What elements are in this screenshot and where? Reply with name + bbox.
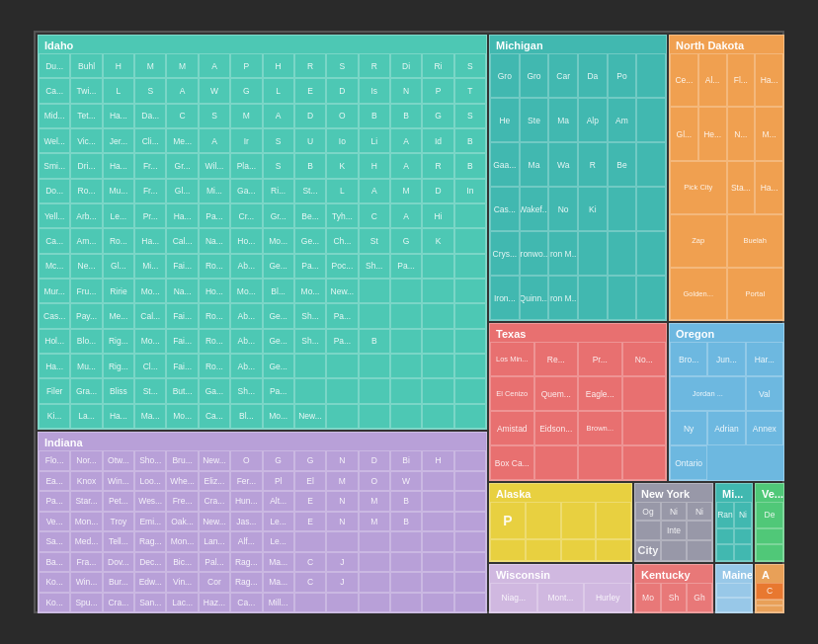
cell: Fai... xyxy=(166,303,198,328)
cell: P xyxy=(230,53,262,78)
cell: Pa... xyxy=(39,491,70,512)
cell: Gr... xyxy=(263,203,294,228)
cell: Win... xyxy=(70,572,102,593)
cell: Ni xyxy=(661,502,687,521)
cell: Is xyxy=(359,78,390,103)
cell: Pet... xyxy=(103,491,134,512)
cell: B xyxy=(390,491,422,512)
cell: Pick City xyxy=(670,161,727,214)
cell xyxy=(359,354,390,378)
cell: Rig... xyxy=(103,354,134,378)
cell: Rig... xyxy=(103,329,134,354)
cell: Wil... xyxy=(199,153,230,178)
cell: Sho... xyxy=(134,450,166,471)
north-dakota-label: North Dakota xyxy=(672,38,748,53)
cell: Mid... xyxy=(39,104,70,128)
cell: Fer... xyxy=(230,471,262,492)
cell: Pal... xyxy=(199,552,230,573)
cell xyxy=(622,445,667,480)
cell xyxy=(326,593,358,613)
cell: New... xyxy=(294,404,326,429)
cell: Ir xyxy=(230,128,262,153)
cell xyxy=(636,98,666,142)
cell: Cor xyxy=(199,572,230,593)
cell: E xyxy=(294,78,326,103)
cell xyxy=(390,572,422,593)
cell: Car xyxy=(548,53,578,98)
cell: D xyxy=(422,179,453,203)
cell: Ge... xyxy=(263,254,294,279)
cell: A xyxy=(359,179,390,203)
cell: Ma xyxy=(548,98,578,142)
cell xyxy=(578,231,608,276)
cell: N xyxy=(390,78,422,103)
cell: Pla... xyxy=(230,153,262,178)
cell xyxy=(635,521,661,539)
cell: Rag... xyxy=(230,572,262,593)
cell: Ha... xyxy=(166,203,198,228)
cell xyxy=(390,552,422,573)
cell: Pa... xyxy=(326,303,358,328)
alaska-grid: P xyxy=(490,502,631,561)
cell xyxy=(359,378,390,403)
cell xyxy=(454,254,486,279)
cell xyxy=(596,502,631,539)
cell xyxy=(326,378,358,403)
cell xyxy=(454,404,486,429)
cell: Lac... xyxy=(166,593,198,613)
cell: Am... xyxy=(70,228,102,253)
cell: Mo xyxy=(635,583,661,612)
cell: Ny xyxy=(670,411,707,445)
cell: Al... xyxy=(698,53,727,107)
cell xyxy=(608,231,637,276)
cell: Bru... xyxy=(166,450,198,471)
cell: Alf... xyxy=(230,531,262,552)
cell: Fl... xyxy=(727,53,756,107)
cell: Vic... xyxy=(70,128,102,153)
cell: Ma... xyxy=(134,404,166,429)
cell xyxy=(636,142,666,187)
cell: T xyxy=(454,78,486,103)
cell: Ro... xyxy=(70,179,102,203)
cell: Ho... xyxy=(199,279,230,303)
oregon-label: Oregon xyxy=(672,326,718,342)
cell xyxy=(422,378,453,403)
cell xyxy=(390,279,422,303)
cell xyxy=(608,187,637,231)
idaho-section: Idaho Du... Buhl H M M A P H R S R Di Ri… xyxy=(38,35,487,430)
cell: Gr... xyxy=(166,153,198,178)
cell xyxy=(561,502,597,539)
cell: Du... xyxy=(39,53,70,78)
cell xyxy=(454,491,486,512)
cell: D xyxy=(294,104,326,128)
cell xyxy=(422,303,453,328)
cell: Mi... xyxy=(134,254,166,279)
cell: C xyxy=(359,203,390,228)
cell: Sh... xyxy=(294,329,326,354)
ac-small-section: A C xyxy=(755,564,784,613)
cell: Ha... xyxy=(103,404,134,429)
cell: M xyxy=(230,104,262,128)
cell: Ge... xyxy=(263,303,294,328)
cell: Yell... xyxy=(39,203,70,228)
cell: St... xyxy=(294,179,326,203)
cell: Io xyxy=(326,128,358,153)
michigan-grid: Gro Gro Car Da Po He Ste Ma Alp Am Gaa..… xyxy=(490,53,666,320)
cell: Ge... xyxy=(263,354,294,378)
cell: E xyxy=(294,512,326,532)
cell: Ab... xyxy=(230,329,262,354)
cell: Gro xyxy=(490,53,520,98)
new-york-section: New York Og Ni Ni Inte City xyxy=(634,483,713,562)
cell: Mo... xyxy=(134,329,166,354)
cell: Am xyxy=(608,98,637,142)
cell: N xyxy=(326,450,358,471)
cell: Ba... xyxy=(39,552,70,573)
cell: B xyxy=(390,512,422,532)
cell xyxy=(390,354,422,378)
cell: Cl... xyxy=(134,354,166,378)
cell: Edw... xyxy=(134,572,166,593)
cell: Ran xyxy=(716,502,734,528)
cell: A xyxy=(263,104,294,128)
cell xyxy=(454,512,486,532)
cell: S xyxy=(454,53,486,78)
